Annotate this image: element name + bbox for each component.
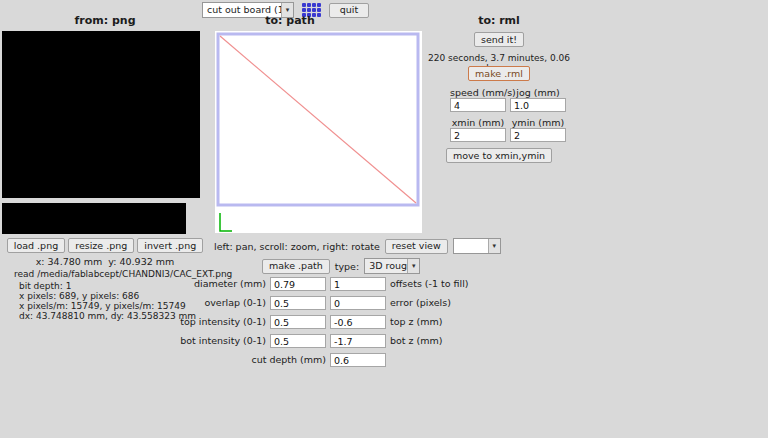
view-select[interactable]: ▾ xyxy=(453,238,501,254)
overlap-input[interactable] xyxy=(270,296,326,310)
offsets-input[interactable] xyxy=(330,277,386,291)
xmin-label: xmin (mm) xyxy=(450,117,506,128)
top-z-input[interactable] xyxy=(330,315,386,329)
top-intensity-input[interactable] xyxy=(270,315,326,329)
jog-label: jog (mm) xyxy=(510,87,566,98)
diameter-label: diameter (mm) xyxy=(150,277,266,291)
xmin-ymin-inputs xyxy=(450,128,566,142)
speed-jog-labels: speed (mm/s) jog (mm) xyxy=(450,87,566,98)
path-type-value: 3D rough xyxy=(365,259,407,273)
reset-view-button[interactable]: reset view xyxy=(385,239,448,254)
speed-input[interactable] xyxy=(450,98,506,112)
cut-depth-input[interactable] xyxy=(330,353,386,367)
top-z-label: top z (mm) xyxy=(390,315,469,329)
diameter-input[interactable] xyxy=(270,277,326,291)
png-actions: load .png resize .png invert .png xyxy=(0,238,210,253)
jog-input[interactable] xyxy=(510,98,566,112)
png-size-text: x: 34.780 mm y: 40.932 mm xyxy=(0,256,210,267)
error-input[interactable] xyxy=(330,296,386,310)
ymin-label: ymin (mm) xyxy=(510,117,566,128)
resize-png-button[interactable]: resize .png xyxy=(68,238,134,253)
view-select-value xyxy=(454,239,488,253)
bot-z-label: bot z (mm) xyxy=(390,334,469,348)
chevron-down-icon: ▾ xyxy=(488,239,500,253)
move-to-xmin-ymin-button[interactable]: move to xmin,ymin xyxy=(446,148,552,163)
to-rml-title: to: rml xyxy=(424,14,574,27)
xmin-ymin-labels: xmin (mm) ymin (mm) xyxy=(450,117,566,128)
make-path-button[interactable]: make .path xyxy=(262,259,330,274)
speed-label: speed (mm/s) xyxy=(450,87,506,98)
from-png-title: from: png xyxy=(0,14,210,27)
view-controls-row: left: pan, scroll: zoom, right: rotate r… xyxy=(214,238,501,254)
make-path-row: make .path type: 3D rough ▾ xyxy=(262,258,420,274)
png-image-strip xyxy=(2,203,186,234)
offsets-label: offsets (-1 to fill) xyxy=(390,277,469,291)
bot-intensity-label: bot intensity (0-1) xyxy=(150,334,266,348)
make-rml-row: make .rml xyxy=(424,66,574,81)
path-canvas[interactable] xyxy=(215,31,422,233)
ymin-input[interactable] xyxy=(510,128,566,142)
bot-intensity-input[interactable] xyxy=(270,334,326,348)
to-path-title: to: path xyxy=(215,14,365,27)
xmin-input[interactable] xyxy=(450,128,506,142)
move-row: move to xmin,ymin xyxy=(424,148,574,163)
path-params-form: diameter (mm) offsets (-1 to fill) overl… xyxy=(150,277,469,367)
origin-axes-icon xyxy=(220,213,232,231)
overlap-label: overlap (0-1) xyxy=(150,296,266,310)
invert-png-button[interactable]: invert .png xyxy=(137,238,203,253)
fab-modules-app: { "topbar": { "process_option": "cut out… xyxy=(0,0,768,438)
png-image-view xyxy=(2,31,200,198)
view-hint-text: left: pan, scroll: zoom, right: rotate xyxy=(214,241,380,252)
path-preview-svg xyxy=(215,31,422,233)
bot-z-input[interactable] xyxy=(330,334,386,348)
type-label: type: xyxy=(335,261,359,272)
send-it-button[interactable]: send it! xyxy=(474,32,524,47)
speed-jog-inputs xyxy=(450,98,566,112)
chevron-down-icon: ▾ xyxy=(407,259,419,273)
load-png-button[interactable]: load .png xyxy=(7,238,65,253)
cut-depth-label: cut depth (mm) xyxy=(150,353,326,367)
path-type-select[interactable]: 3D rough ▾ xyxy=(364,258,420,274)
top-intensity-label: top intensity (0-1) xyxy=(150,315,266,329)
error-label: error (pixels) xyxy=(390,296,469,310)
send-row: send it! xyxy=(424,32,574,47)
make-rml-button[interactable]: make .rml xyxy=(468,66,530,81)
